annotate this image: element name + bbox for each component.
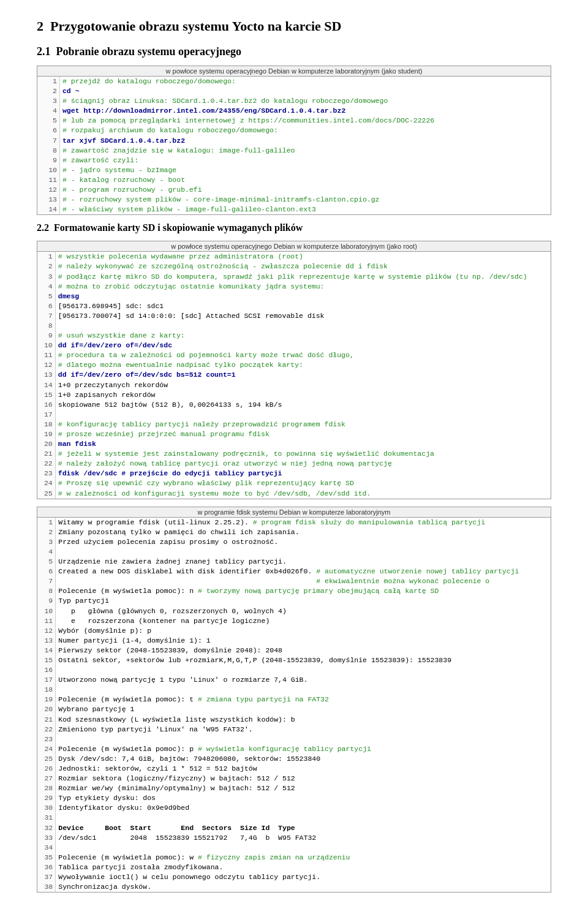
table-row: 26Jednostki: sektorów, czyli 1 * 512 = 5… bbox=[37, 764, 551, 774]
table-row: 6# rozpakuj archiwum do katalogu robocze… bbox=[37, 126, 551, 135]
line-content: # przejdź do katalogu roboczego/domowego… bbox=[59, 77, 551, 86]
line-content: # dlatego można ewentualnie nadpisać tyl… bbox=[55, 360, 551, 370]
line-number: 6 bbox=[37, 567, 56, 576]
table-row: 5Urządzenie nie zawiera żadnej znanej ta… bbox=[37, 557, 551, 567]
line-number: 26 bbox=[37, 764, 56, 774]
line-number: 28 bbox=[37, 783, 56, 793]
line-content: /dev/sdc1 2048 15523839 15521792 7,4G b … bbox=[56, 833, 551, 843]
line-number: 35 bbox=[37, 853, 56, 863]
table-row: 25# w zależności od konfiguracji systemu… bbox=[37, 489, 551, 499]
line-content: Wywoływanie ioctl() w celu ponownego odc… bbox=[56, 872, 551, 882]
table-row: 8Polecenie (m wyświetla pomoc): n # twor… bbox=[37, 586, 551, 596]
section1-title-text: Pobranie obrazu systemu operacyjnego bbox=[56, 45, 241, 58]
line-number: 2 bbox=[37, 86, 59, 96]
line-content: [956173.700074] sd 14:0:0:0: [sdc] Attac… bbox=[55, 311, 551, 321]
line-number: 13 bbox=[37, 370, 55, 380]
table-row: 23 bbox=[37, 734, 551, 744]
line-number: 6 bbox=[37, 301, 55, 311]
line-content: Polecenie (m wyświetla pomoc): t # zmian… bbox=[56, 695, 551, 704]
line-content: fdisk /dev/sdc # przejście do edycji tab… bbox=[55, 469, 551, 478]
line-number: 3 bbox=[37, 537, 56, 547]
line-number: 11 bbox=[37, 616, 56, 626]
line-number: 24 bbox=[37, 478, 55, 488]
line-number: 1 bbox=[37, 518, 56, 527]
line-number: 21 bbox=[37, 715, 56, 725]
line-number: 13 bbox=[37, 636, 56, 646]
line-number: 1 bbox=[37, 77, 59, 86]
line-number: 11 bbox=[37, 175, 59, 185]
line-content: # w zależności od konfiguracji systemu m… bbox=[55, 489, 551, 499]
line-number: 5 bbox=[37, 116, 59, 126]
line-content: tar xjvf SDCard.1.0.4.tar.bz2 bbox=[59, 136, 551, 146]
table-row: 3# ściągnij obraz Linuksa: SDCard.1.0.4.… bbox=[37, 96, 551, 106]
table-row: 34 bbox=[37, 843, 551, 853]
table-row: 10dd if=/dev/zero of=/dev/sdc bbox=[37, 341, 551, 350]
table-row: 22Zmieniono typ partycji 'Linux' na 'W95… bbox=[37, 725, 551, 734]
line-number: 19 bbox=[37, 695, 56, 704]
line-content: Wybrano partycję 1 bbox=[56, 704, 551, 714]
line-content: p główna (głównych 0, rozszerzonych 0, w… bbox=[56, 606, 551, 616]
line-content: Typ partycji bbox=[56, 596, 551, 606]
table-row: 141+0 przeczytanych rekordów bbox=[37, 380, 551, 390]
line-number: 33 bbox=[37, 833, 56, 843]
line-content: e rozszerzona (kontener na partycje logi… bbox=[56, 616, 551, 626]
line-number: 25 bbox=[37, 489, 55, 499]
line-content bbox=[56, 547, 551, 557]
codeblock3-header: w programie fdisk systemu Debian w kompu… bbox=[37, 507, 551, 518]
codeblock3: w programie fdisk systemu Debian w kompu… bbox=[37, 507, 551, 893]
line-number: 2 bbox=[37, 527, 56, 537]
line-content bbox=[55, 410, 551, 420]
line-content bbox=[56, 813, 551, 823]
table-row: 18# konfigurację tablicy partycji należy… bbox=[37, 420, 551, 429]
line-content: Rozmiar sektora (logiczny/fizyczny) w ba… bbox=[56, 774, 551, 783]
line-number: 2 bbox=[37, 262, 55, 271]
table-row: 12Wybór (domyślnie p): p bbox=[37, 626, 551, 636]
codeblock3-table: 1Witamy w programie fdisk (util-linux 2.… bbox=[37, 518, 551, 893]
table-row: 17Utworzono nową partycję 1 typu 'Linux'… bbox=[37, 675, 551, 685]
table-row: 27Rozmiar sektora (logiczny/fizyczny) w … bbox=[37, 774, 551, 783]
table-row: 14Pierwszy sektor (2048-15523839, domyśl… bbox=[37, 646, 551, 655]
line-content: # wszystkie polecenia wydawane przez adm… bbox=[55, 252, 551, 262]
table-row: 9# usuń wszystkie dane z karty: bbox=[37, 331, 551, 341]
table-row: 24Polecenie (m wyświetla pomoc): p # wyś… bbox=[37, 744, 551, 754]
line-number: 21 bbox=[37, 449, 55, 459]
table-row: 7 # ekwiwalentnie można wykonać poleceni… bbox=[37, 576, 551, 586]
table-row: 21# jeżeli w systemie jest zainstalowany… bbox=[37, 449, 551, 459]
line-number: 10 bbox=[37, 606, 56, 616]
line-number: 8 bbox=[37, 321, 55, 331]
line-number: 13 bbox=[37, 195, 59, 205]
line-content: # podłącz kartę mikro SD do komputera, s… bbox=[55, 272, 551, 282]
table-row: 13dd if=/dev/zero of=/dev/sdc bs=512 cou… bbox=[37, 370, 551, 380]
line-number: 11 bbox=[37, 350, 55, 360]
line-number: 10 bbox=[37, 165, 59, 175]
table-row: 3# podłącz kartę mikro SD do komputera, … bbox=[37, 272, 551, 282]
line-content: Tablica partycji została zmodyfikowana. bbox=[56, 863, 551, 872]
table-row: 6Created a new DOS disklabel with disk i… bbox=[37, 567, 551, 576]
table-row: 8# zawartość znajdzie się w katalogu: im… bbox=[37, 146, 551, 156]
line-number: 14 bbox=[37, 380, 55, 390]
line-number: 16 bbox=[37, 400, 55, 410]
line-number: 7 bbox=[37, 576, 56, 586]
line-content: 1+0 przeczytanych rekordów bbox=[55, 380, 551, 390]
line-content: # - katalog rozruchowy - boot bbox=[59, 175, 551, 185]
line-number: 18 bbox=[37, 685, 56, 695]
line-content bbox=[55, 321, 551, 331]
table-row: 19# prosze wcześniej przejrzeć manual pr… bbox=[37, 429, 551, 439]
section2-number: 2.2 bbox=[37, 222, 49, 233]
line-number: 6 bbox=[37, 126, 59, 135]
line-content: Kod szesnastkowy (L wyświetla listę wszy… bbox=[56, 715, 551, 725]
line-content: cd ~ bbox=[59, 86, 551, 96]
line-content: # jeżeli w systemie jest zainstalowany p… bbox=[55, 449, 551, 459]
line-content: Przed użyciem polecenia zapisu prosimy o… bbox=[56, 537, 551, 547]
line-content: Dysk /dev/sdc: 7,4 GiB, bajtów: 79482060… bbox=[56, 754, 551, 764]
line-content bbox=[56, 665, 551, 675]
table-row: 10 p główna (głównych 0, rozszerzonych 0… bbox=[37, 606, 551, 616]
line-content: Typ etykiety dysku: dos bbox=[56, 793, 551, 803]
line-content: Polecenie (m wyświetla pomoc): n # tworz… bbox=[56, 586, 551, 596]
line-content: Polecenie (m wyświetla pomoc): p # wyświ… bbox=[56, 744, 551, 754]
line-number: 8 bbox=[37, 586, 56, 596]
section1-title: 2.1 Pobranie obrazu systemu operacyjnego bbox=[37, 45, 551, 58]
line-content: Synchronizacja dysków. bbox=[56, 882, 551, 892]
line-number: 22 bbox=[37, 459, 55, 469]
line-number: 12 bbox=[37, 185, 59, 195]
